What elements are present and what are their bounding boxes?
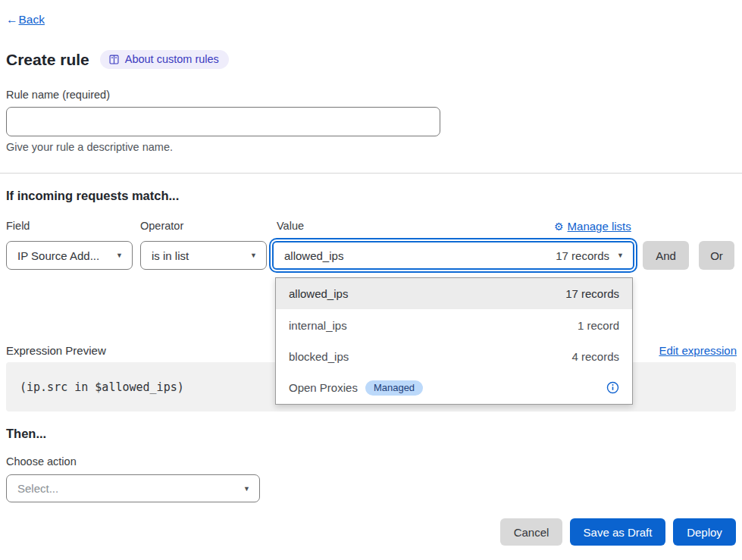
save-as-draft-button[interactable]: Save as Draft: [570, 518, 665, 546]
list-item-blocked-ips[interactable]: blocked_ips 4 records: [276, 341, 632, 372]
list-record-count: 17 records: [565, 287, 619, 300]
rule-name-label: Rule name (required): [6, 89, 110, 101]
about-badge-label: About custom rules: [125, 53, 219, 65]
cancel-button[interactable]: Cancel: [500, 518, 562, 546]
list-name: blocked_ips: [289, 350, 349, 363]
value-select[interactable]: allowed_ips 17 records ▼: [272, 241, 634, 270]
action-select[interactable]: Select... ▼: [6, 474, 260, 502]
rule-name-input[interactable]: [6, 107, 440, 136]
field-select[interactable]: IP Source Add... ▼: [6, 241, 133, 270]
about-custom-rules-badge[interactable]: About custom rules: [100, 50, 229, 69]
expression-preview-label: Expression Preview: [6, 344, 106, 357]
manage-lists-label: Manage lists: [568, 220, 631, 233]
then-heading: Then...: [6, 427, 46, 441]
expression-code: (ip.src in $allowed_ips): [20, 380, 184, 394]
and-button[interactable]: And: [643, 241, 689, 270]
section-divider: [0, 173, 742, 174]
chevron-down-icon: ▼: [243, 485, 250, 493]
list-item-internal-ips[interactable]: internal_ips 1 record: [276, 309, 632, 340]
back-arrow-icon: ←: [6, 13, 18, 27]
list-record-count: 4 records: [571, 350, 619, 363]
rule-name-helper: Give your rule a descriptive name.: [6, 141, 173, 153]
operator-selected-value: is in list: [152, 249, 189, 262]
book-icon: [108, 54, 120, 65]
choose-action-label: Choose action: [6, 455, 77, 468]
chevron-down-icon: ▼: [250, 252, 257, 259]
match-heading: If incoming requests match...: [6, 189, 179, 203]
chevron-down-icon: ▼: [617, 252, 624, 259]
back-link[interactable]: ←Back: [6, 13, 45, 27]
info-icon[interactable]: [606, 381, 619, 394]
list-name: internal_ips: [289, 319, 347, 332]
operator-label: Operator: [140, 220, 183, 232]
value-label: Value: [277, 220, 304, 232]
field-selected-value: IP Source Add...: [17, 249, 99, 262]
operator-select[interactable]: is in list ▼: [140, 241, 267, 270]
manage-lists-link[interactable]: ⚙ Manage lists: [554, 220, 631, 233]
value-selected-name: allowed_ips: [284, 249, 343, 262]
deploy-button[interactable]: Deploy: [673, 518, 736, 546]
value-dropdown-menu: allowed_ips 17 records internal_ips 1 re…: [275, 277, 633, 405]
action-placeholder: Select...: [17, 482, 58, 495]
create-rule-page: ←Back Create rule About custom rules Rul…: [0, 0, 742, 560]
chevron-down-icon: ▼: [116, 252, 123, 259]
edit-expression-link[interactable]: Edit expression: [659, 344, 737, 357]
list-item-open-proxies[interactable]: Open Proxies Managed: [276, 372, 632, 403]
gear-icon: ⚙: [554, 221, 564, 233]
or-button[interactable]: Or: [699, 241, 734, 270]
page-title: Create rule: [6, 51, 89, 69]
list-name: Open Proxies: [289, 381, 358, 394]
back-label: Back: [19, 13, 45, 26]
managed-badge: Managed: [365, 380, 423, 396]
field-label: Field: [6, 220, 30, 232]
value-selected-meta: 17 records: [556, 249, 609, 262]
title-row: Create rule About custom rules: [6, 50, 229, 69]
list-record-count: 1 record: [578, 319, 619, 332]
list-item-allowed-ips[interactable]: allowed_ips 17 records: [276, 278, 632, 309]
list-name: allowed_ips: [289, 287, 348, 300]
